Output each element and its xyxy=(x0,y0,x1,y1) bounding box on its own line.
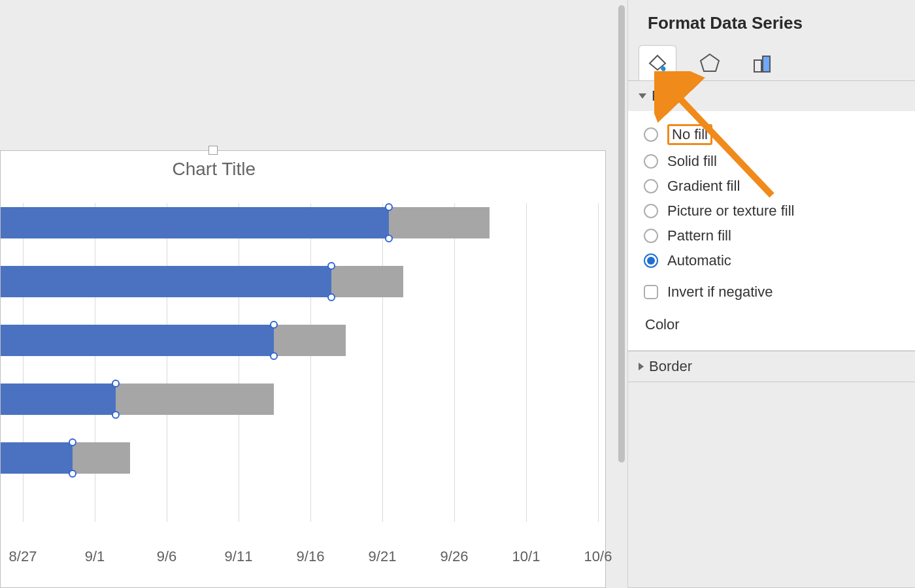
x-tick-label: 8/27 xyxy=(9,548,37,565)
fill-option-picture-fill[interactable]: Picture or texture fill xyxy=(644,199,905,223)
scrollbar-thumb[interactable] xyxy=(618,5,625,463)
selection-dot[interactable] xyxy=(327,293,335,301)
gridlines xyxy=(1,203,576,522)
radio-icon xyxy=(644,204,658,218)
selection-dot[interactable] xyxy=(69,470,76,478)
plot-area[interactable] xyxy=(1,203,576,522)
chart-object[interactable]: Chart Title 8/279/19/69/119/169/219/2610… xyxy=(0,150,606,588)
fill-option-solid-fill[interactable]: Solid fill xyxy=(644,149,905,174)
panel-title: Format Data Series xyxy=(628,0,915,45)
chevron-right-icon xyxy=(639,363,644,370)
bar-row[interactable] xyxy=(1,266,403,297)
gridline xyxy=(167,203,167,522)
tab-effects[interactable] xyxy=(691,45,729,80)
fill-options: No fill Solid fill Gradient fill Picture… xyxy=(628,111,915,351)
fill-option-label: No fill xyxy=(667,124,712,145)
chevron-down-icon xyxy=(639,93,646,99)
tab-series-options[interactable] xyxy=(743,45,781,80)
x-tick-label: 9/6 xyxy=(157,548,177,565)
radio-icon xyxy=(644,127,658,142)
selection-dot[interactable] xyxy=(112,380,120,387)
gridline xyxy=(239,203,239,522)
fill-option-label: Gradient fill xyxy=(667,178,740,195)
fill-option-label: Pattern fill xyxy=(667,227,731,244)
x-tick-label: 9/21 xyxy=(369,548,397,565)
radio-icon xyxy=(644,179,658,193)
gridline xyxy=(598,203,599,522)
vertical-scrollbar[interactable] xyxy=(616,0,627,588)
chart-area[interactable]: Chart Title 8/279/19/69/119/169/219/2610… xyxy=(0,0,616,588)
fill-option-label: Picture or texture fill xyxy=(667,203,794,220)
gridline xyxy=(454,203,455,522)
bar-series-1[interactable] xyxy=(1,384,116,415)
fill-option-no-fill[interactable]: No fill xyxy=(644,120,905,149)
fill-option-label: Solid fill xyxy=(667,153,717,170)
fill-option-automatic[interactable]: Automatic xyxy=(644,248,905,273)
selection-dot[interactable] xyxy=(327,262,335,270)
selection-handle[interactable] xyxy=(208,146,218,155)
bar-row[interactable] xyxy=(1,442,130,474)
x-tick-label: 9/16 xyxy=(297,548,325,565)
bar-series-1[interactable] xyxy=(1,325,274,356)
radio-icon xyxy=(644,154,658,169)
section-border-label: Border xyxy=(649,358,692,375)
selection-dot[interactable] xyxy=(112,411,120,419)
bar-row[interactable] xyxy=(1,384,274,415)
bar-row[interactable] xyxy=(1,207,490,238)
bar-series-2[interactable] xyxy=(389,207,490,238)
gridline xyxy=(23,203,24,522)
gridline xyxy=(310,203,311,522)
bar-series-2[interactable] xyxy=(331,266,403,297)
radio-checked-icon xyxy=(644,253,658,268)
panel-empty-area xyxy=(628,382,915,587)
color-label: Color xyxy=(644,304,905,337)
gridline xyxy=(382,203,383,522)
section-border-header[interactable]: Border xyxy=(628,351,915,382)
bar-series-2[interactable] xyxy=(73,442,130,474)
svg-marker-0 xyxy=(701,54,719,71)
section-fill-label: Fill xyxy=(652,88,670,105)
invert-if-negative[interactable]: Invert if negative xyxy=(644,280,905,304)
checkbox-icon xyxy=(644,285,658,299)
svg-rect-1 xyxy=(754,60,761,72)
x-tick-label: 9/26 xyxy=(441,548,469,565)
x-tick-label: 9/1 xyxy=(85,548,105,565)
fill-option-pattern-fill[interactable]: Pattern fill xyxy=(644,223,905,248)
format-tabs xyxy=(628,45,915,80)
selection-dot[interactable] xyxy=(270,321,278,329)
fill-option-gradient-fill[interactable]: Gradient fill xyxy=(644,174,905,199)
gridline xyxy=(95,203,95,522)
invert-label: Invert if negative xyxy=(667,284,773,301)
chart-title[interactable]: Chart Title xyxy=(173,159,256,180)
series-options-icon xyxy=(750,51,774,74)
fill-option-label: Automatic xyxy=(667,252,731,269)
x-tick-label: 10/6 xyxy=(584,548,612,565)
selection-dot[interactable] xyxy=(385,203,393,211)
bar-row[interactable] xyxy=(1,325,346,356)
selection-dot[interactable] xyxy=(385,235,393,242)
svg-rect-2 xyxy=(763,56,770,72)
bar-series-1[interactable] xyxy=(1,266,331,297)
pentagon-icon xyxy=(698,51,722,74)
bar-series-2[interactable] xyxy=(116,384,274,415)
radio-icon xyxy=(644,229,658,243)
x-tick-label: 9/11 xyxy=(225,548,253,565)
paint-bucket-icon xyxy=(646,52,669,75)
selection-dot[interactable] xyxy=(69,438,76,446)
selection-dot[interactable] xyxy=(270,352,278,360)
tab-fill-line[interactable] xyxy=(639,45,676,80)
section-fill-header[interactable]: Fill xyxy=(628,81,915,111)
x-tick-label: 10/1 xyxy=(512,548,541,565)
bar-series-2[interactable] xyxy=(274,325,346,356)
bar-series-1[interactable] xyxy=(1,207,389,238)
gridline xyxy=(526,203,527,522)
format-pane: Format Data Series xyxy=(627,0,915,588)
bar-series-1[interactable] xyxy=(1,442,73,474)
